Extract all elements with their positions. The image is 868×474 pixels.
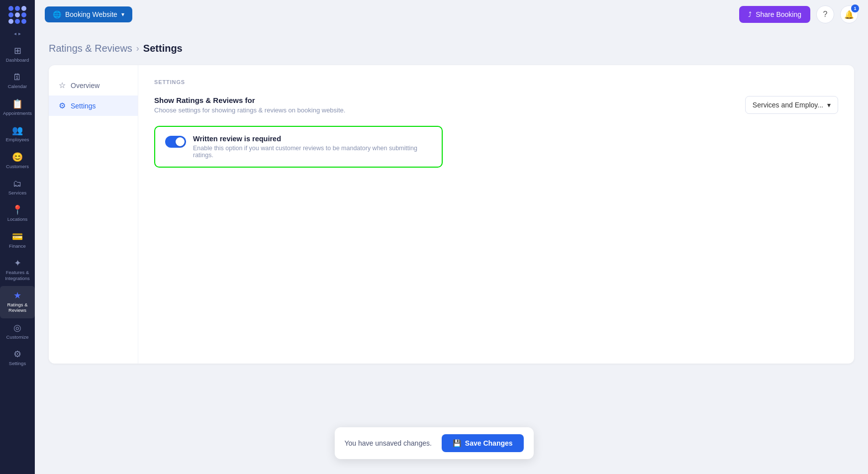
sidebar-item-dashboard[interactable]: ⊞ Dashboard bbox=[0, 41, 35, 68]
sidebar-label-settings: Settings bbox=[9, 361, 26, 366]
breadcrumb-current: Settings bbox=[143, 43, 183, 54]
nav-settings-label: Settings bbox=[71, 102, 96, 110]
written-review-toggle-box: Written review is required Enable this o… bbox=[154, 126, 443, 168]
sidebar-item-ratings[interactable]: ★ Ratings & Reviews bbox=[0, 286, 35, 318]
section-label: SETTINGS bbox=[154, 79, 838, 85]
save-changes-label: Save Changes bbox=[465, 439, 513, 447]
sidebar-item-settings[interactable]: ⚙ Settings bbox=[0, 345, 35, 371]
written-review-description: Enable this option if you want customer … bbox=[193, 145, 432, 159]
help-button[interactable]: ? bbox=[816, 5, 834, 23]
nav-item-settings[interactable]: ⚙ Settings bbox=[49, 95, 138, 116]
card-content: SETTINGS Show Ratings & Reviews for Choo… bbox=[138, 65, 854, 364]
show-ratings-dropdown[interactable]: Services and Employ... ▾ bbox=[745, 96, 838, 114]
features-icon: ✦ bbox=[14, 259, 21, 268]
sidebar-collapse-button[interactable]: ◂▸ bbox=[14, 31, 21, 36]
main-content: Ratings & Reviews › Settings ☆ Overview … bbox=[35, 29, 868, 474]
sidebar-item-appointments[interactable]: 📋 Appointments bbox=[0, 95, 35, 121]
logo-dot bbox=[21, 6, 26, 11]
sidebar-item-employees[interactable]: 👥 Employees bbox=[0, 121, 35, 147]
ratings-icon: ★ bbox=[13, 291, 21, 300]
show-ratings-info: Show Ratings & Reviews for Choose settin… bbox=[154, 96, 345, 114]
toggle-thumb bbox=[176, 137, 185, 146]
star-icon: ☆ bbox=[59, 81, 66, 90]
sidebar-label-appointments: Appointments bbox=[3, 110, 32, 116]
logo-dot bbox=[15, 12, 20, 17]
sidebar: ◂▸ ⊞ Dashboard 🗓 Calendar 📋 Appointments… bbox=[0, 0, 35, 474]
written-review-title: Written review is required bbox=[193, 135, 432, 143]
app-logo bbox=[8, 6, 26, 24]
sidebar-label-customize: Customize bbox=[6, 334, 29, 340]
sidebar-label-employees: Employees bbox=[6, 137, 29, 142]
dropdown-chevron-icon: ▾ bbox=[827, 101, 831, 109]
toggle-track bbox=[165, 136, 186, 148]
customize-icon: ◎ bbox=[13, 323, 21, 332]
services-icon: 🗂 bbox=[13, 179, 22, 188]
finance-icon: 💳 bbox=[12, 232, 23, 241]
sidebar-item-customize[interactable]: ◎ Customize bbox=[0, 318, 35, 345]
appointments-icon: 📋 bbox=[12, 99, 23, 108]
logo-dot bbox=[21, 12, 26, 17]
employees-icon: 👥 bbox=[12, 126, 23, 135]
chevron-down-icon: ▾ bbox=[121, 11, 124, 18]
settings-icon: ⚙ bbox=[13, 350, 21, 359]
booking-website-button[interactable]: 🌐 Booking Website ▾ bbox=[45, 6, 132, 22]
settings-card: ☆ Overview ⚙ Settings SETTINGS Show Rati… bbox=[49, 65, 854, 364]
locations-icon: 📍 bbox=[12, 205, 23, 214]
dropdown-value: Services and Employ... bbox=[753, 101, 823, 109]
save-bar: You have unsaved changes. 💾 Save Changes bbox=[334, 427, 533, 459]
booking-website-label: Booking Website bbox=[65, 10, 117, 18]
nav-overview-label: Overview bbox=[71, 82, 99, 90]
logo-dot bbox=[8, 6, 13, 11]
notification-badge: 1 bbox=[851, 4, 859, 12]
globe-icon: 🌐 bbox=[53, 10, 61, 18]
save-changes-button[interactable]: 💾 Save Changes bbox=[442, 434, 524, 452]
dashboard-icon: ⊞ bbox=[14, 46, 21, 55]
sidebar-label-features: Features & Integrations bbox=[2, 270, 33, 281]
sidebar-item-finance[interactable]: 💳 Finance bbox=[0, 227, 35, 254]
nav-item-overview[interactable]: ☆ Overview bbox=[49, 75, 138, 95]
logo-dot bbox=[15, 6, 20, 11]
share-icon: ⤴ bbox=[748, 10, 752, 18]
unsaved-changes-text: You have unsaved changes. bbox=[344, 439, 431, 447]
topbar-right: ⤴ Share Booking ? 🔔 1 bbox=[739, 5, 858, 23]
logo-dot bbox=[8, 19, 13, 24]
sidebar-label-calendar: Calendar bbox=[8, 84, 27, 89]
sidebar-label-customers: Customers bbox=[6, 164, 29, 169]
gear-icon: ⚙ bbox=[59, 101, 66, 110]
sidebar-item-calendar[interactable]: 🗓 Calendar bbox=[0, 68, 35, 94]
logo-dot bbox=[8, 12, 13, 17]
logo-dot bbox=[21, 19, 26, 24]
sidebar-label-services: Services bbox=[8, 190, 26, 195]
sidebar-item-features[interactable]: ✦ Features & Integrations bbox=[0, 254, 35, 286]
save-icon: 💾 bbox=[453, 439, 461, 447]
sidebar-item-locations[interactable]: 📍 Locations bbox=[0, 200, 35, 227]
show-ratings-title: Show Ratings & Reviews for bbox=[154, 96, 345, 104]
share-booking-label: Share Booking bbox=[756, 10, 801, 18]
breadcrumb-chevron: › bbox=[136, 43, 139, 54]
sidebar-label-ratings: Ratings & Reviews bbox=[2, 302, 33, 313]
show-ratings-description: Choose settings for showing ratings & re… bbox=[154, 106, 345, 114]
share-booking-button[interactable]: ⤴ Share Booking bbox=[739, 6, 810, 23]
logo-dot bbox=[15, 19, 20, 24]
card-nav: ☆ Overview ⚙ Settings bbox=[49, 65, 138, 364]
sidebar-label-locations: Locations bbox=[7, 216, 28, 222]
breadcrumb-parent[interactable]: Ratings & Reviews bbox=[49, 43, 132, 54]
topbar: 🌐 Booking Website ▾ ⤴ Share Booking ? 🔔 … bbox=[35, 0, 868, 29]
sidebar-item-services[interactable]: 🗂 Services bbox=[0, 174, 35, 200]
calendar-icon: 🗓 bbox=[13, 73, 22, 82]
written-review-toggle[interactable] bbox=[165, 136, 186, 148]
notifications-button[interactable]: 🔔 1 bbox=[840, 5, 858, 23]
sidebar-item-customers[interactable]: 😊 Customers bbox=[0, 148, 35, 174]
customers-icon: 😊 bbox=[12, 153, 23, 162]
show-ratings-row: Show Ratings & Reviews for Choose settin… bbox=[154, 96, 838, 114]
question-icon: ? bbox=[823, 10, 828, 19]
written-review-content: Written review is required Enable this o… bbox=[193, 135, 432, 159]
sidebar-label-dashboard: Dashboard bbox=[6, 57, 29, 63]
sidebar-label-finance: Finance bbox=[9, 243, 26, 249]
breadcrumb: Ratings & Reviews › Settings bbox=[49, 43, 854, 54]
